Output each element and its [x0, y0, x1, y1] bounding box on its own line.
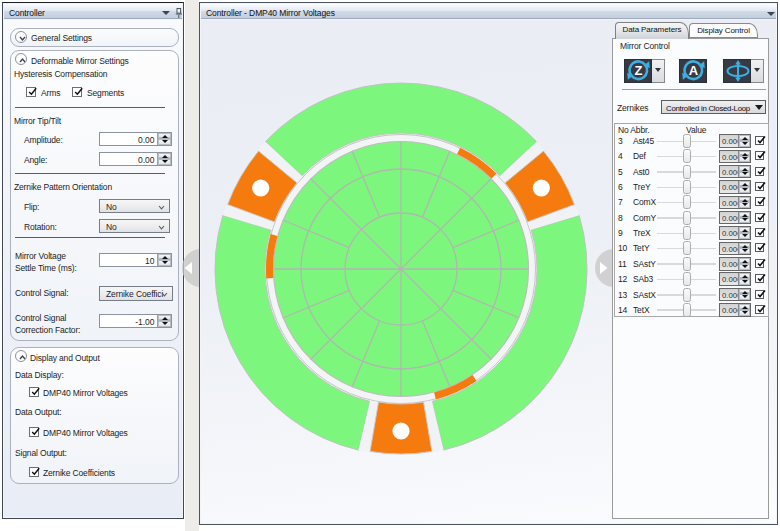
svg-text:A: A [689, 63, 699, 78]
svg-text:Z: Z [634, 63, 642, 78]
